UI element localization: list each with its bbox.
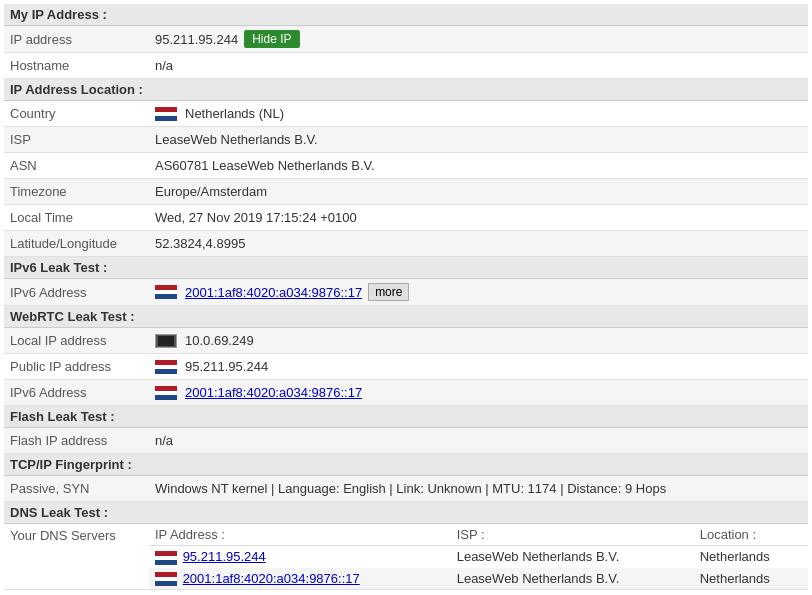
- dns-row1-isp: LeaseWeb Netherlands B.V.: [451, 546, 694, 568]
- ipv6-address-row: IPv6 Address 2001:1af8:4020:a034:9876::1…: [4, 279, 808, 306]
- webrtc-local-ip-value: 10.0.69.249: [149, 329, 808, 352]
- isp-row: ISP LeaseWeb Netherlands B.V.: [4, 127, 808, 153]
- passive-syn-label: Passive, SYN: [4, 477, 149, 500]
- dns-row1-flag-icon: [155, 551, 177, 565]
- asn-row: ASN AS60781 LeaseWeb Netherlands B.V.: [4, 153, 808, 179]
- dns-table-row: 95.211.95.244 LeaseWeb Netherlands B.V. …: [149, 546, 808, 568]
- asn-value: AS60781 LeaseWeb Netherlands B.V.: [149, 154, 808, 177]
- latlong-value: 52.3824,4.8995: [149, 232, 808, 255]
- dns-row2-flag-icon: [155, 572, 177, 586]
- ipv6-more-button[interactable]: more: [368, 283, 409, 301]
- dns-table-row: 2001:1af8:4020:a034:9876::17 LeaseWeb Ne…: [149, 568, 808, 590]
- ipv6-flag-icon: [155, 285, 177, 299]
- webrtc-public-ip-text: 95.211.95.244: [185, 359, 268, 374]
- dns-table: IP Address : ISP : Location : 95.211.95.…: [149, 524, 808, 589]
- passive-syn-value: Windows NT kernel | Language: English | …: [149, 477, 808, 500]
- passive-syn-row: Passive, SYN Windows NT kernel | Languag…: [4, 476, 808, 502]
- hostname-row: Hostname n/a: [4, 53, 808, 79]
- isp-label: ISP: [4, 128, 149, 151]
- flash-ip-row: Flash IP address n/a: [4, 428, 808, 454]
- webrtc-ipv6-flag-icon: [155, 386, 177, 400]
- flash-header: Flash Leak Test :: [4, 406, 808, 428]
- dns-header: DNS Leak Test :: [4, 502, 808, 524]
- dns-row2-isp: LeaseWeb Netherlands B.V.: [451, 568, 694, 590]
- my-ip-header: My IP Address :: [4, 4, 808, 26]
- hide-ip-button[interactable]: Hide IP: [244, 30, 299, 48]
- dns-row: Your DNS Servers IP Address : ISP : Loca…: [4, 524, 808, 590]
- tcpip-header: TCP/IP Fingerprint :: [4, 454, 808, 476]
- hostname-value: n/a: [149, 54, 808, 77]
- asn-label: ASN: [4, 154, 149, 177]
- netherlands-flag-icon: [155, 107, 177, 121]
- flash-ip-label: Flash IP address: [4, 429, 149, 452]
- ip-address-row: IP address 95.211.95.244 Hide IP: [4, 26, 808, 53]
- main-container: My IP Address : IP address 95.211.95.244…: [0, 0, 812, 594]
- country-value: Netherlands (NL): [149, 102, 808, 125]
- country-row: Country Netherlands (NL): [4, 101, 808, 127]
- dns-table-container: IP Address : ISP : Location : 95.211.95.…: [149, 524, 808, 589]
- webrtc-ipv6-value: 2001:1af8:4020:a034:9876::17: [149, 381, 808, 404]
- local-time-label: Local Time: [4, 206, 149, 229]
- ipv6-address-link[interactable]: 2001:1af8:4020:a034:9876::17: [185, 285, 362, 300]
- latlong-row: Latitude/Longitude 52.3824,4.8995: [4, 231, 808, 257]
- webrtc-local-ip-text: 10.0.69.249: [185, 333, 254, 348]
- isp-value: LeaseWeb Netherlands B.V.: [149, 128, 808, 151]
- timezone-row: Timezone Europe/Amsterdam: [4, 179, 808, 205]
- webrtc-local-ip-row: Local IP address 10.0.69.249: [4, 328, 808, 354]
- webrtc-public-ip-label: Public IP address: [4, 355, 149, 378]
- dns-table-header-row: IP Address : ISP : Location :: [149, 524, 808, 546]
- dns-row2-ip: 2001:1af8:4020:a034:9876::17: [149, 568, 451, 590]
- local-time-value: Wed, 27 Nov 2019 17:15:24 +0100: [149, 206, 808, 229]
- webrtc-ipv6-link[interactable]: 2001:1af8:4020:a034:9876::17: [185, 385, 362, 400]
- latlong-label: Latitude/Longitude: [4, 232, 149, 255]
- dns-label: Your DNS Servers: [4, 524, 149, 589]
- ipv6-address-value: 2001:1af8:4020:a034:9876::17 more: [149, 279, 808, 305]
- dns-row1-ip-link[interactable]: 95.211.95.244: [183, 549, 266, 564]
- webrtc-public-ip-value: 95.211.95.244: [149, 355, 808, 378]
- country-label: Country: [4, 102, 149, 125]
- monitor-icon: [155, 334, 177, 348]
- ip-address-label: IP address: [4, 28, 149, 51]
- local-time-row: Local Time Wed, 27 Nov 2019 17:15:24 +01…: [4, 205, 808, 231]
- webrtc-ipv6-row: IPv6 Address 2001:1af8:4020:a034:9876::1…: [4, 380, 808, 406]
- dns-isp-header: ISP :: [451, 524, 694, 546]
- timezone-value: Europe/Amsterdam: [149, 180, 808, 203]
- webrtc-header: WebRTC Leak Test :: [4, 306, 808, 328]
- webrtc-public-flag-icon: [155, 360, 177, 374]
- dns-row2-ip-link[interactable]: 2001:1af8:4020:a034:9876::17: [183, 571, 360, 586]
- flash-ip-value: n/a: [149, 429, 808, 452]
- ipv6-header: IPv6 Leak Test :: [4, 257, 808, 279]
- ip-address-text: 95.211.95.244: [155, 32, 238, 47]
- webrtc-ipv6-label: IPv6 Address: [4, 381, 149, 404]
- dns-ip-header: IP Address :: [149, 524, 451, 546]
- hostname-label: Hostname: [4, 54, 149, 77]
- ip-address-value: 95.211.95.244 Hide IP: [149, 26, 808, 52]
- dns-location-header: Location :: [694, 524, 808, 546]
- ipv6-address-label: IPv6 Address: [4, 281, 149, 304]
- webrtc-local-ip-label: Local IP address: [4, 329, 149, 352]
- dns-row1-location: Netherlands: [694, 546, 808, 568]
- webrtc-public-ip-row: Public IP address 95.211.95.244: [4, 354, 808, 380]
- dns-row2-location: Netherlands: [694, 568, 808, 590]
- dns-row1-ip: 95.211.95.244: [149, 546, 451, 568]
- country-text: Netherlands (NL): [185, 106, 284, 121]
- timezone-label: Timezone: [4, 180, 149, 203]
- ip-location-header: IP Address Location :: [4, 79, 808, 101]
